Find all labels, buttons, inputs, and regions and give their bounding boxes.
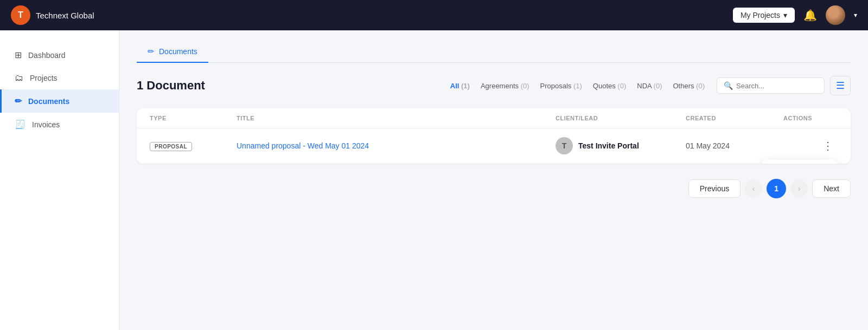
page-prev-arrow[interactable]: ‹ (745, 180, 762, 197)
page-next-arrow[interactable]: › (790, 180, 808, 197)
topnav-right: My Projects ▾ 🔔 ▾ (733, 5, 857, 25)
row-actions-cell: ⋮ 👁 View (783, 138, 838, 153)
layout: ⊞ Dashboard 🗂 Projects ✏ Documents 🧾 Inv… (0, 0, 868, 330)
sidebar-item-label: Documents (28, 97, 69, 106)
documents-icon: ✏ (15, 96, 22, 106)
table-header: TYPE TITLE CLIENT/LEAD CREATED ACTIONS (137, 108, 851, 128)
dashboard-icon: ⊞ (15, 50, 22, 60)
row-type-cell: PROPOSAL (150, 141, 237, 151)
row-created-cell: 01 May 2024 (686, 141, 783, 151)
sidebar-item-dashboard[interactable]: ⊞ Dashboard (0, 43, 119, 67)
page-header: 1 Document All (1) Agreements (0) Propos… (137, 76, 851, 95)
topnav-left: T Technext Global (11, 5, 94, 25)
search-box: 🔍 (717, 77, 825, 94)
col-type: TYPE (150, 115, 237, 121)
sidebar-item-invoices[interactable]: 🧾 Invoices (0, 113, 119, 136)
my-projects-button[interactable]: My Projects ▾ (733, 8, 795, 23)
sidebar-item-label: Invoices (32, 120, 60, 129)
col-client: CLIENT/LEAD (556, 115, 686, 121)
created-date: 01 May 2024 (686, 141, 730, 150)
sidebar-item-documents[interactable]: ✏ Documents (0, 89, 119, 113)
filter-all[interactable]: All (1) (445, 80, 475, 92)
row-client-cell: T Test Invite Portal (556, 137, 686, 154)
client-name: Test Invite Portal (578, 141, 639, 150)
main-content: ✏ Documents 1 Document All (1) Agreement… (119, 30, 868, 330)
bell-icon[interactable]: 🔔 (803, 9, 817, 22)
search-input[interactable] (736, 82, 818, 90)
document-title-link[interactable]: Unnamed proposal - Wed May 01 2024 (237, 141, 369, 150)
list-view-button[interactable]: ☰ (830, 76, 851, 95)
chevron-down-icon: ▾ (783, 11, 787, 20)
client-avatar: T (556, 137, 573, 154)
table-row: PROPOSAL Unnamed proposal - Wed May 01 2… (137, 128, 851, 164)
previous-button[interactable]: Previous (688, 179, 741, 198)
tab-bar: ✏ Documents (137, 30, 851, 63)
invoices-icon: 🧾 (15, 119, 25, 130)
search-icon: 🔍 (724, 81, 733, 90)
sidebar-item-projects[interactable]: 🗂 Projects (0, 67, 119, 89)
filter-agreements[interactable]: Agreements (0) (475, 80, 535, 92)
row-title-cell: Unnamed proposal - Wed May 01 2024 (237, 141, 556, 151)
filter-quotes[interactable]: Quotes (0) (588, 80, 631, 92)
top-navigation: T Technext Global My Projects ▾ 🔔 ▾ (0, 0, 868, 30)
sidebar-item-label: Projects (30, 74, 58, 82)
logo-circle: T (11, 5, 30, 25)
user-chevron-icon[interactable]: ▾ (854, 11, 857, 19)
filter-area: All (1) Agreements (0) Proposals (1) Quo… (445, 76, 851, 95)
sidebar: ⊞ Dashboard 🗂 Projects ✏ Documents 🧾 Inv… (0, 30, 119, 330)
col-title: TITLE (237, 115, 556, 121)
proposal-badge: PROPOSAL (150, 142, 192, 151)
filter-others[interactable]: Others (0) (667, 80, 710, 92)
filter-nda[interactable]: NDA (0) (631, 80, 667, 92)
page-title: 1 Document (137, 79, 205, 93)
next-button[interactable]: Next (812, 179, 851, 198)
avatar-image (826, 5, 845, 25)
app-name: Technext Global (36, 11, 94, 20)
avatar[interactable] (826, 5, 845, 25)
tab-documents[interactable]: ✏ Documents (137, 41, 208, 63)
sidebar-item-label: Dashboard (28, 51, 66, 60)
tab-documents-icon: ✏ (148, 47, 155, 56)
col-actions: ACTIONS (783, 115, 838, 121)
page-number-1[interactable]: 1 (767, 179, 786, 198)
actions-dropdown: 👁 View (762, 160, 838, 164)
filter-proposals[interactable]: Proposals (1) (535, 80, 588, 92)
col-created: CREATED (686, 115, 783, 121)
documents-table: TYPE TITLE CLIENT/LEAD CREATED ACTIONS P… (137, 108, 851, 164)
pagination: Previous ‹ 1 › Next (137, 168, 851, 209)
projects-icon: 🗂 (15, 73, 23, 83)
more-actions-button[interactable]: ⋮ (818, 138, 838, 153)
